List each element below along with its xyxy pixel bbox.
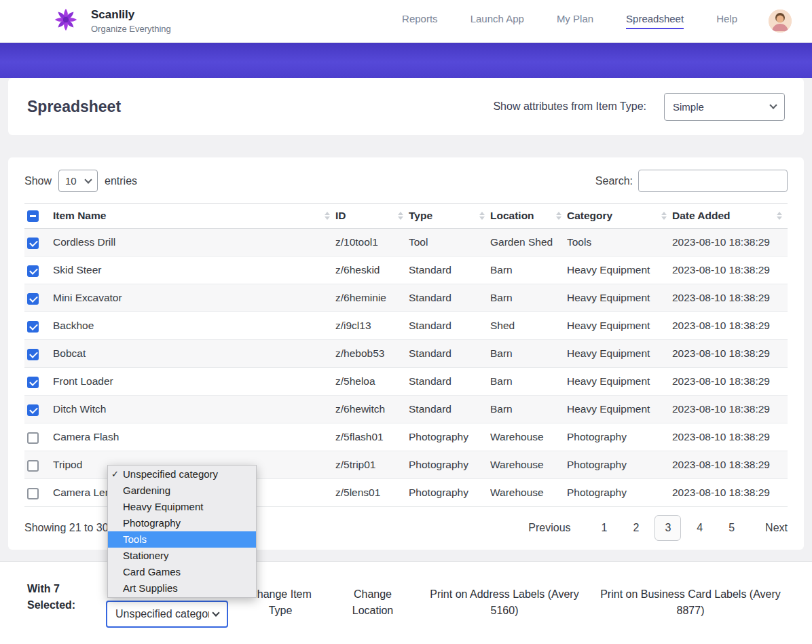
user-avatar[interactable] xyxy=(769,10,792,33)
select-all-checkbox[interactable] xyxy=(27,210,39,222)
chevron-down-icon xyxy=(84,176,92,183)
row-checkbox[interactable] xyxy=(27,460,39,472)
cell-type: Standard xyxy=(409,368,490,396)
row-checkbox[interactable] xyxy=(27,293,39,305)
showing-text: Showing 21 to 30 xyxy=(24,522,109,534)
pagination-previous[interactable]: Previous xyxy=(528,522,570,534)
bulk-category-select[interactable]: Unspecified category xyxy=(106,601,228,628)
column-label: Item Name xyxy=(53,210,106,221)
cell-id: z/hebob53 xyxy=(335,340,409,368)
row-checkbox[interactable] xyxy=(27,265,39,277)
brand-name: Scanlily xyxy=(91,8,171,22)
page-number-3[interactable]: 3 xyxy=(654,515,681,541)
option-label: Card Games xyxy=(123,566,181,577)
nav-reports[interactable]: Reports xyxy=(402,13,438,29)
cell-category: Photography xyxy=(567,451,672,479)
row-checkbox[interactable] xyxy=(27,349,39,360)
cell-item-name: Front Loader xyxy=(53,368,335,396)
cell-date-added: 2023-08-10 18:38:29 xyxy=(672,451,788,479)
cell-type: Photography xyxy=(409,479,490,507)
cell-category: Photography xyxy=(567,479,672,507)
cell-id: z/6heminie xyxy=(335,284,409,312)
cell-date-added: 2023-08-10 18:38:29 xyxy=(672,368,788,396)
column-header-item-name[interactable]: Item Name xyxy=(53,204,335,229)
cell-location: Shed xyxy=(490,312,567,340)
row-checkbox[interactable] xyxy=(27,404,39,416)
cell-category: Heavy Equipment xyxy=(567,368,672,396)
page-size-value: 10 xyxy=(65,175,77,187)
column-header-select-all[interactable] xyxy=(24,204,53,229)
cell-location: Barn xyxy=(490,340,567,368)
option-tools[interactable]: Tools xyxy=(108,531,256,548)
column-header-category[interactable]: Category xyxy=(567,204,672,229)
cell-item-name: Ditch Witch xyxy=(53,396,335,423)
chevron-down-icon xyxy=(769,101,777,109)
option-photography[interactable]: Photography xyxy=(108,515,256,531)
brand[interactable]: Scanlily Organize Everything xyxy=(53,7,171,35)
pagination-next[interactable]: Next xyxy=(765,522,788,534)
cell-location: Warehouse xyxy=(490,479,567,507)
search-group: Search: xyxy=(595,170,788,192)
items-table: Item Name ID Type Location Category Date… xyxy=(24,203,788,507)
category-dropdown-popup: ✓Unspecified category Gardening Heavy Eq… xyxy=(107,465,257,598)
nav-help[interactable]: Help xyxy=(716,13,737,29)
option-stationery[interactable]: Stationery xyxy=(108,548,256,564)
page-size-select[interactable]: 10 xyxy=(58,170,98,192)
cell-type: Standard xyxy=(409,312,490,340)
page-number-4[interactable]: 4 xyxy=(686,515,713,541)
option-gardening[interactable]: Gardening xyxy=(108,482,256,499)
cell-id: z/10tool1 xyxy=(335,229,409,257)
show-label: Show xyxy=(24,175,52,187)
search-input[interactable] xyxy=(638,170,788,192)
table-row: Ditch Witch z/6hewitch Standard Barn Hea… xyxy=(24,396,788,423)
cell-item-name: Mini Excavator xyxy=(53,284,335,312)
cell-category: Heavy Equipment xyxy=(567,257,672,284)
action-print-business-card-labels[interactable]: Print on Business Card Labels (Avery 887… xyxy=(599,586,782,619)
option-unspecified-category[interactable]: ✓Unspecified category xyxy=(108,466,256,482)
page-number-2[interactable]: 2 xyxy=(623,515,649,541)
column-label: Date Added xyxy=(672,210,731,221)
sort-icon xyxy=(398,212,403,220)
row-checkbox[interactable] xyxy=(27,321,39,333)
page-title: Spreadsheet xyxy=(27,98,121,116)
column-label: Category xyxy=(567,210,612,221)
action-print-address-labels[interactable]: Print on Address Labels (Avery 5160) xyxy=(424,586,585,619)
row-checkbox[interactable] xyxy=(27,432,39,444)
item-type-select[interactable]: Simple xyxy=(664,93,785,121)
row-checkbox[interactable] xyxy=(27,488,39,499)
cell-location: Warehouse xyxy=(490,423,567,451)
page-number-5[interactable]: 5 xyxy=(718,515,745,541)
cell-item-name: Backhoe xyxy=(53,312,335,340)
option-label: Unspecified category xyxy=(123,468,218,480)
cell-location: Barn xyxy=(490,368,567,396)
option-art-supplies[interactable]: Art Supplies xyxy=(108,580,256,596)
option-card-games[interactable]: Card Games xyxy=(108,564,256,580)
option-heavy-equipment[interactable]: Heavy Equipment xyxy=(108,499,256,515)
column-label: Type xyxy=(409,210,432,221)
nav-launch-app[interactable]: Launch App xyxy=(470,13,524,29)
cell-location: Barn xyxy=(490,257,567,284)
cell-item-name: Cordless Drill xyxy=(53,229,335,257)
table-row: Mini Excavator z/6heminie Standard Barn … xyxy=(24,284,788,312)
column-header-type[interactable]: Type xyxy=(409,204,490,229)
option-label: Tools xyxy=(123,533,147,545)
row-checkbox[interactable] xyxy=(27,238,39,249)
nav-my-plan[interactable]: My Plan xyxy=(557,13,593,29)
cell-type: Photography xyxy=(409,451,490,479)
cell-item-name: Camera Flash xyxy=(53,423,335,451)
top-nav: Reports Launch App My Plan Spreadsheet H… xyxy=(402,13,737,29)
cell-date-added: 2023-08-10 18:38:29 xyxy=(672,423,788,451)
scanlily-logo-icon xyxy=(53,7,79,35)
action-change-location[interactable]: Change Location xyxy=(342,586,403,619)
column-header-location[interactable]: Location xyxy=(490,204,567,229)
chevron-down-icon xyxy=(212,609,219,616)
column-header-date-added[interactable]: Date Added xyxy=(672,204,788,229)
nav-spreadsheet[interactable]: Spreadsheet xyxy=(626,13,684,29)
cell-date-added: 2023-08-10 18:38:29 xyxy=(672,396,788,423)
column-header-id[interactable]: ID xyxy=(335,204,409,229)
row-checkbox[interactable] xyxy=(27,377,39,388)
cell-id: z/5flash01 xyxy=(335,423,409,451)
cell-type: Standard xyxy=(409,340,490,368)
cell-item-name: Bobcat xyxy=(53,340,335,368)
page-number-1[interactable]: 1 xyxy=(591,515,618,541)
